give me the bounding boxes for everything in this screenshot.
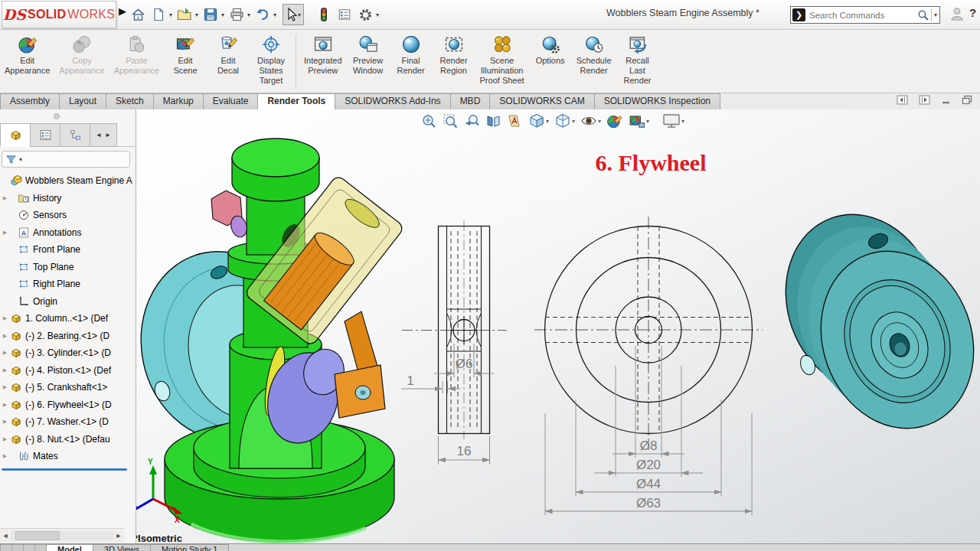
tab-solidworks-cam[interactable]: SOLIDWORKS CAM — [489, 93, 594, 109]
tab-sketch[interactable]: Sketch — [106, 93, 154, 109]
render-region-button[interactable]: Render Region — [433, 33, 475, 77]
tree-item-annotations[interactable]: ▶ Annotations — [0, 224, 135, 242]
panel-tab-scroll[interactable]: ◄► — [90, 123, 117, 147]
expand-arrow-icon[interactable]: ▶ — [0, 367, 10, 373]
tree-item-piston[interactable]: ▶ (-) 4. Piston.<1> (Def — [0, 362, 135, 380]
sheet-nav-button[interactable] — [23, 544, 35, 551]
assembly-model[interactable] — [136, 139, 405, 542]
integrated-preview-button[interactable]: Integrated Preview — [299, 33, 347, 77]
tab-solidworks-add-ins[interactable]: SOLIDWORKS Add-Ins — [335, 93, 450, 109]
options-dropdown[interactable]: ▾ — [376, 11, 379, 18]
expand-arrow-icon[interactable]: ▶ — [0, 230, 10, 236]
tree-item-bearing[interactable]: ▶ (-) 2. Bearing.<1> (D — [0, 328, 135, 345]
final-render-button[interactable]: Final Render — [390, 33, 433, 77]
search-commands-box[interactable]: ❯ ▾ — [790, 6, 940, 24]
tree-item-nut[interactable]: ▶ (-) 8. Nut.<1> (Defau — [0, 431, 135, 448]
expand-arrow-icon[interactable]: ▶ — [0, 195, 10, 201]
pane-scroll-right-icon[interactable]: ► — [105, 132, 111, 139]
expand-arrow-icon[interactable]: ▶ — [0, 419, 10, 425]
tree-item-cylinder[interactable]: ▶ (-) 3. Cylinder.<1> (D — [0, 344, 135, 362]
recall-last-render-button[interactable]: Recall Last Render — [616, 33, 659, 87]
home-button[interactable] — [129, 5, 147, 24]
tree-item-crankshaft[interactable]: ▶ (-) 5. Crankshaft<1> — [0, 379, 135, 396]
new-document-dropdown[interactable]: ▾ — [169, 11, 172, 18]
scene-illumination-proof-sheet-button[interactable]: Scene Illumination Proof Sheet — [475, 33, 529, 87]
open-dropdown[interactable]: ▾ — [195, 11, 198, 18]
schedule-render-button[interactable]: Schedule Render — [572, 33, 616, 77]
scrollbar-thumb[interactable] — [15, 531, 60, 540]
filter-dropdown-icon[interactable]: ▾ — [19, 156, 22, 163]
expand-arrow-icon[interactable]: ▶ — [0, 402, 10, 408]
help-button[interactable]: ? — [969, 6, 976, 19]
flywheel-render[interactable] — [761, 193, 980, 450]
preview-window-button[interactable]: Preview Window — [347, 33, 390, 77]
sheet-nav-button[interactable] — [34, 544, 47, 551]
properties-button[interactable] — [335, 5, 354, 24]
panel-horizontal-scrollbar[interactable]: ◄ ► — [0, 528, 124, 543]
tree-item-history[interactable]: ▶ History — [0, 190, 135, 207]
tab-3d-views[interactable]: 3D Views — [93, 544, 151, 551]
tree-root-assembly[interactable]: Wobblers Steam Engine A — [0, 172, 135, 190]
select-dropdown[interactable]: ▾ — [298, 11, 301, 18]
tree-item-front-plane[interactable]: Front Plane — [0, 241, 135, 259]
panel-splitter-handle[interactable] — [54, 113, 60, 119]
swatches-button[interactable] — [315, 5, 333, 24]
expand-arrow-icon[interactable]: ▶ — [0, 384, 10, 390]
collapse-pane-right-icon[interactable] — [919, 95, 930, 105]
open-button[interactable] — [175, 5, 194, 24]
sheet-nav-button[interactable] — [0, 544, 12, 551]
solidworks-logo[interactable]: DSSOLIDWORKS — [2, 1, 116, 28]
restore-window-icon[interactable] — [962, 95, 972, 105]
undo-button[interactable] — [253, 5, 272, 24]
tree-filter-box[interactable]: ▾ — [2, 151, 130, 168]
tree-item-top-plane[interactable]: Top Plane — [0, 259, 135, 276]
tab-render-tools[interactable]: Render Tools — [257, 93, 335, 109]
copy-appearance-button[interactable]: Copy Appearance — [54, 33, 109, 77]
print-dropdown[interactable]: ▾ — [247, 11, 250, 18]
scroll-left-icon[interactable]: ◄ — [0, 532, 11, 540]
new-document-button[interactable] — [149, 5, 168, 24]
expand-arrow-icon[interactable]: ▶ — [0, 350, 10, 356]
undo-dropdown[interactable]: ▾ — [273, 11, 276, 18]
collapse-pane-left-icon[interactable] — [897, 95, 908, 105]
expand-arrow-icon[interactable]: ▶ — [0, 436, 10, 442]
menu-expand-arrow-icon[interactable]: ▶ — [119, 5, 126, 17]
tab-model[interactable]: Model — [46, 544, 93, 551]
paste-appearance-button[interactable]: Paste Appearance — [109, 33, 164, 77]
tab-solidworks-inspection[interactable]: SOLIDWORKS Inspection — [594, 93, 720, 109]
select-tool-button[interactable]: ▾ — [283, 4, 304, 25]
print-button[interactable] — [227, 5, 246, 24]
tab-assembly[interactable]: Assembly — [0, 93, 60, 109]
search-icon[interactable] — [917, 9, 929, 21]
edit-appearance-button[interactable]: Edit Appearance — [0, 33, 54, 77]
tab-layout[interactable]: Layout — [59, 93, 106, 109]
tree-item-flywheel[interactable]: ▶ (-) 6. Flywheel<1> (D — [0, 396, 135, 414]
edit-decal-button[interactable]: Edit Decal — [207, 33, 250, 77]
tab-evaluate[interactable]: Evaluate — [203, 93, 259, 109]
render-options-button[interactable]: Options — [529, 33, 572, 67]
scroll-right-icon[interactable]: ► — [113, 532, 124, 540]
tree-item-right-plane[interactable]: Right Plane — [0, 276, 135, 293]
tree-item-sensors[interactable]: Sensors — [0, 207, 135, 224]
featuremanager-tab[interactable] — [0, 123, 31, 147]
propertymanager-tab[interactable] — [30, 123, 60, 147]
tab-markup[interactable]: Markup — [153, 93, 204, 109]
sheet-nav-button[interactable] — [11, 544, 24, 551]
rollback-bar[interactable] — [2, 468, 127, 471]
user-account-icon[interactable] — [949, 6, 965, 21]
pane-scroll-left-icon[interactable]: ◄ — [96, 132, 102, 139]
display-states-target-button[interactable]: Display States Target — [250, 33, 292, 87]
tab-mbd[interactable]: MBD — [450, 93, 491, 109]
expand-arrow-icon[interactable]: ▶ — [0, 453, 10, 459]
scrollbar-track[interactable] — [11, 531, 113, 540]
minimize-icon[interactable] — [941, 95, 951, 105]
expand-arrow-icon[interactable]: ▶ — [0, 333, 10, 339]
options-button[interactable] — [356, 5, 374, 24]
graphics-viewport[interactable]: ▾ ▾ ▾ ▾ ▾ 6. Flywheel — [136, 109, 980, 543]
configurations-tab[interactable] — [60, 123, 90, 147]
search-scope-dropdown[interactable]: ▾ — [931, 9, 939, 21]
save-button[interactable] — [201, 5, 220, 24]
save-dropdown[interactable]: ▾ — [221, 11, 224, 18]
tree-item-mates[interactable]: ▶ Mates — [0, 448, 135, 465]
expand-arrow-icon[interactable]: ▶ — [0, 315, 10, 321]
